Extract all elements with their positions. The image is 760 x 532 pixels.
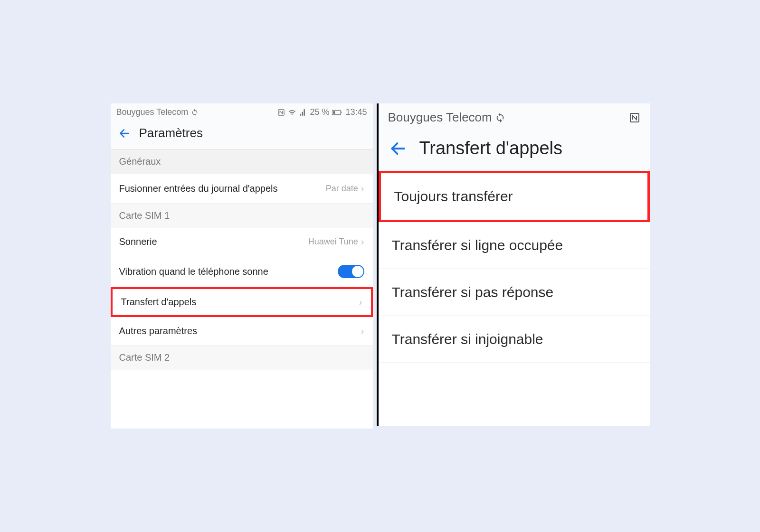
status-bar: Bouygues Telecom	[379, 103, 650, 129]
chevron-right-icon: ›	[361, 183, 364, 194]
back-arrow-icon[interactable]	[118, 127, 131, 140]
row-other-settings[interactable]: Autres paramètres ›	[111, 317, 373, 345]
row-label: Sonnerie	[119, 236, 157, 247]
call-forward-header: Transfert d'appels	[379, 129, 650, 171]
row-label: Vibration quand le téléphone sonne	[119, 266, 268, 277]
back-arrow-icon[interactable]	[389, 140, 407, 158]
section-sim2: Carte SIM 2	[111, 345, 373, 370]
sync-icon	[191, 109, 199, 116]
battery-icon	[332, 110, 342, 115]
list-item-label: Transférer si pas réponse	[392, 284, 554, 300]
chevron-right-icon: ›	[359, 297, 362, 308]
row-vibrate[interactable]: Vibration quand le téléphone sonne	[111, 256, 373, 287]
chevron-right-icon: ›	[361, 326, 364, 336]
row-value: Huawei Tune ›	[308, 236, 364, 247]
battery-pct-label: 25 %	[310, 107, 329, 117]
row-label: Autres paramètres	[119, 326, 198, 336]
clock-label: 13:45	[345, 107, 367, 117]
carrier-label: Bouygues Telecom	[116, 107, 189, 117]
row-call-forward[interactable]: Transfert d'appels ›	[111, 287, 373, 317]
row-ringtone[interactable]: Sonnerie Huawei Tune ›	[111, 228, 373, 256]
forward-no-answer[interactable]: Transférer si pas réponse	[379, 269, 650, 316]
settings-header: Paramètres	[111, 119, 373, 149]
carrier-label: Bouygues Telecom	[388, 110, 492, 125]
forward-always[interactable]: Toujours transférer	[379, 171, 650, 222]
row-merge-calllog[interactable]: Fusionner entrées du journal d'appels Pa…	[111, 174, 373, 204]
section-general: Généraux	[111, 149, 373, 174]
wifi-icon	[288, 109, 296, 116]
row-label: Fusionner entrées du journal d'appels	[119, 182, 278, 195]
toggle-on[interactable]	[338, 265, 364, 278]
forward-unreachable[interactable]: Transférer si injoignable	[379, 316, 650, 363]
svg-rect-2	[341, 112, 342, 113]
section-sim1: Carte SIM 1	[111, 204, 373, 228]
list-item-label: Toujours transférer	[394, 188, 513, 204]
sync-icon	[495, 112, 505, 123]
nfc-icon	[629, 112, 640, 123]
screenshot-call-forward: Bouygues Telecom Transfert d'appels Touj…	[377, 103, 650, 426]
row-label: Transfert d'appels	[121, 297, 197, 308]
forward-busy[interactable]: Transférer si ligne occupée	[379, 222, 650, 269]
chevron-right-icon: ›	[361, 236, 364, 247]
list-item-label: Transférer si injoignable	[392, 331, 543, 347]
row-value: Par date ›	[326, 183, 364, 194]
page-title: Paramètres	[139, 126, 203, 140]
nfc-icon	[277, 109, 285, 116]
svg-rect-3	[333, 111, 335, 114]
status-bar: Bouygues Telecom 25 % 13:	[111, 103, 373, 119]
signal-icon	[299, 109, 307, 116]
page-title: Transfert d'appels	[419, 138, 563, 159]
list-item-label: Transférer si ligne occupée	[392, 237, 563, 253]
screenshot-settings: Bouygues Telecom 25 % 13:	[111, 103, 373, 429]
